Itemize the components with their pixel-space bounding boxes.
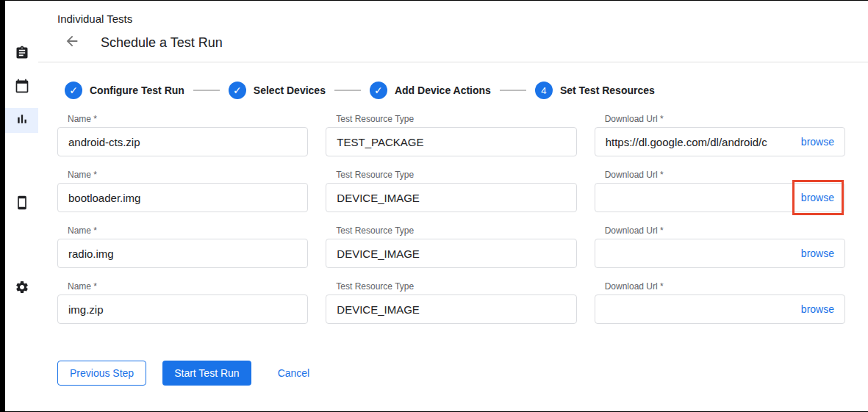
resource-name-input[interactable]: bootloader.img xyxy=(57,183,308,212)
step-connector xyxy=(334,90,361,91)
bar-chart-icon xyxy=(15,112,29,129)
field-value: DEVICE_IMAGE xyxy=(337,192,565,204)
step-done-icon: ✓ xyxy=(229,82,246,99)
field-label: Name * xyxy=(68,281,308,292)
step-label: Select Devices xyxy=(254,84,326,96)
step-label: Set Test Resources xyxy=(560,84,655,96)
resource-type-field: Test Resource Type DEVICE_IMAGE xyxy=(326,281,576,324)
step-configure-test-run[interactable]: ✓ Configure Test Run xyxy=(65,82,184,99)
resource-type-field: Test Resource Type TEST_PACKAGE xyxy=(326,114,576,156)
field-value: radio.img xyxy=(68,247,297,260)
resource-type-field: Test Resource Type DEVICE_IMAGE xyxy=(326,170,576,212)
field-label: Download Url * xyxy=(605,170,845,180)
resource-url-input[interactable]: browse xyxy=(595,183,845,212)
resource-type-field: Test Resource Type DEVICE_IMAGE xyxy=(326,225,576,268)
step-done-icon: ✓ xyxy=(370,82,387,99)
step-label: Add Device Actions xyxy=(395,84,491,96)
browse-button[interactable]: browse xyxy=(801,303,834,315)
step-select-devices[interactable]: ✓ Select Devices xyxy=(229,82,326,99)
header-divider xyxy=(38,62,868,62)
resource-type-input[interactable]: DEVICE_IMAGE xyxy=(326,183,576,212)
resource-name-field: Name * radio.img xyxy=(57,225,308,268)
action-bar: Previous Step Start Test Run Cancel xyxy=(57,361,868,386)
field-label: Download Url * xyxy=(605,114,845,124)
step-number-badge: 4 xyxy=(535,82,553,99)
main-content: Individual Tests Schedule a Test Run ✓ C… xyxy=(38,1,868,412)
resource-url-input[interactable]: https://dl.google.com/dl/android/c brows… xyxy=(595,127,845,156)
sidebar-item-tests[interactable] xyxy=(5,42,38,67)
app-window: Individual Tests Schedule a Test Run ✓ C… xyxy=(0,0,868,412)
field-value: DEVICE_IMAGE xyxy=(337,303,565,316)
sidebar-item-settings[interactable] xyxy=(5,276,38,301)
resource-name-input[interactable]: android-cts.zip xyxy=(57,127,308,156)
resource-url-input[interactable]: browse xyxy=(595,294,845,324)
test-resources-form: Name * android-cts.zip Test Resource Typ… xyxy=(57,114,845,324)
field-label: Name * xyxy=(68,225,308,236)
back-button[interactable] xyxy=(63,34,81,51)
field-label: Download Url * xyxy=(605,281,845,292)
step-set-test-resources[interactable]: 4 Set Test Resources xyxy=(535,82,655,99)
field-label: Test Resource Type xyxy=(336,225,576,236)
field-label: Test Resource Type xyxy=(336,281,576,292)
sidebar-item-results[interactable] xyxy=(5,108,38,133)
field-label: Name * xyxy=(68,170,308,180)
resource-name-field: Name * bootloader.img xyxy=(57,170,308,212)
start-test-run-button[interactable]: Start Test Run xyxy=(162,361,251,386)
calendar-icon xyxy=(15,79,29,96)
window-left-edge xyxy=(0,1,5,412)
field-value: https://dl.google.com/dl/android/c xyxy=(606,136,794,148)
step-connector xyxy=(500,90,526,91)
field-label: Name * xyxy=(68,114,308,124)
gear-icon xyxy=(15,280,29,297)
sidebar-item-plans[interactable] xyxy=(5,75,38,100)
resource-name-field: Name * android-cts.zip xyxy=(57,114,308,156)
resource-name-input[interactable]: radio.img xyxy=(57,239,308,268)
resource-type-input[interactable]: TEST_PACKAGE xyxy=(326,127,576,156)
field-value: android-cts.zip xyxy=(68,136,297,148)
arrow-back-icon xyxy=(64,33,80,52)
breadcrumb: Individual Tests xyxy=(57,12,868,25)
field-value: bootloader.img xyxy=(68,192,297,204)
page-header: Individual Tests Schedule a Test Run xyxy=(38,1,868,51)
resource-url-field: Download Url * browse xyxy=(595,281,845,324)
browse-button[interactable]: browse xyxy=(801,192,834,203)
browse-button[interactable]: browse xyxy=(801,136,834,148)
clipboard-icon xyxy=(15,46,29,63)
page-title: Schedule a Test Run xyxy=(101,35,223,51)
resource-url-input[interactable]: browse xyxy=(595,239,845,268)
resource-url-field: Download Url * browse xyxy=(595,170,845,212)
step-done-icon: ✓ xyxy=(65,82,82,99)
stepper: ✓ Configure Test Run ✓ Select Devices ✓ … xyxy=(65,82,868,99)
sidebar-item-devices[interactable] xyxy=(5,192,38,217)
resource-url-field: Download Url * browse xyxy=(595,225,845,268)
resource-name-input[interactable]: img.zip xyxy=(57,294,308,324)
field-label: Test Resource Type xyxy=(336,114,576,124)
step-connector xyxy=(193,90,220,91)
previous-step-button[interactable]: Previous Step xyxy=(57,361,146,386)
field-value: TEST_PACKAGE xyxy=(337,136,565,148)
field-value: img.zip xyxy=(68,303,297,316)
step-add-device-actions[interactable]: ✓ Add Device Actions xyxy=(370,82,491,99)
resource-url-field: Download Url * https://dl.google.com/dl/… xyxy=(595,114,845,156)
cancel-button[interactable]: Cancel xyxy=(278,367,310,379)
phone-icon xyxy=(15,195,29,213)
field-label: Download Url * xyxy=(605,225,845,236)
field-value: DEVICE_IMAGE xyxy=(337,247,565,260)
resource-type-input[interactable]: DEVICE_IMAGE xyxy=(326,239,576,268)
field-label: Test Resource Type xyxy=(336,170,576,180)
resource-name-field: Name * img.zip xyxy=(57,281,308,324)
sidebar xyxy=(5,1,38,412)
step-label: Configure Test Run xyxy=(90,84,184,96)
browse-button[interactable]: browse xyxy=(801,247,834,259)
resource-type-input[interactable]: DEVICE_IMAGE xyxy=(326,294,576,324)
